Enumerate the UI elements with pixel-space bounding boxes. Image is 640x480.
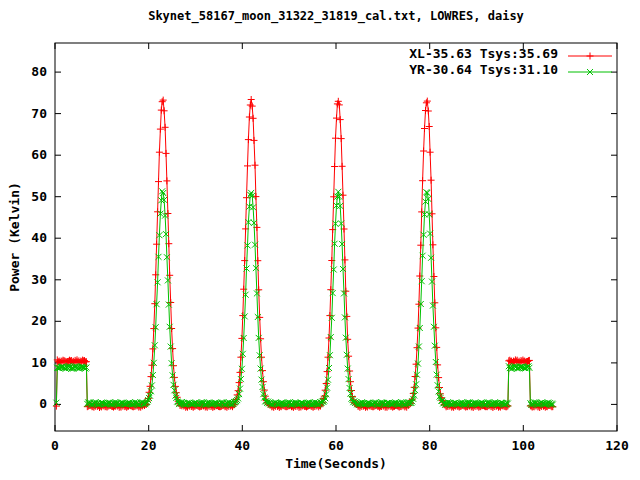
legend-sample-xl — [566, 47, 614, 59]
y-tick-label: 40 — [31, 230, 47, 245]
legend-label-yr: YR-30.64 Tsys:31.10 — [409, 62, 558, 77]
x-tick-label: 0 — [51, 438, 59, 453]
y-tick-label: 80 — [31, 64, 47, 79]
cross-marker-icon — [566, 66, 614, 78]
y-tick-label: 20 — [31, 313, 47, 328]
x-tick-label: 120 — [605, 438, 629, 453]
y-tick-label: 70 — [31, 106, 47, 121]
y-tick-label: 60 — [31, 147, 47, 162]
y-tick-label: 10 — [31, 355, 47, 370]
x-tick-label: 60 — [328, 438, 344, 453]
legend-entry-yr: YR-30.64 Tsys:31.10 — [409, 61, 614, 77]
legend: XL-35.63 Tsys:35.69 YR-30.64 Tsys:31.10 — [409, 45, 614, 77]
series-line-1 — [56, 191, 552, 405]
legend-label-xl: XL-35.63 Tsys:35.69 — [409, 46, 558, 61]
y-tick-label: 0 — [39, 396, 47, 411]
x-axis-label: Time(Seconds) — [285, 456, 387, 471]
x-tick-label: 40 — [234, 438, 250, 453]
x-tick-label: 20 — [141, 438, 157, 453]
x-tick-label: 100 — [512, 438, 536, 453]
series-markers-1 — [53, 188, 555, 408]
y-tick-label: 50 — [31, 189, 47, 204]
series-markers-0 — [53, 96, 556, 411]
series-line-0 — [56, 100, 552, 408]
plus-marker-icon — [566, 50, 614, 62]
y-tick-label: 30 — [31, 272, 47, 287]
legend-entry-xl: XL-35.63 Tsys:35.69 — [409, 45, 614, 61]
legend-sample-yr — [566, 63, 614, 75]
x-tick-label: 80 — [422, 438, 438, 453]
